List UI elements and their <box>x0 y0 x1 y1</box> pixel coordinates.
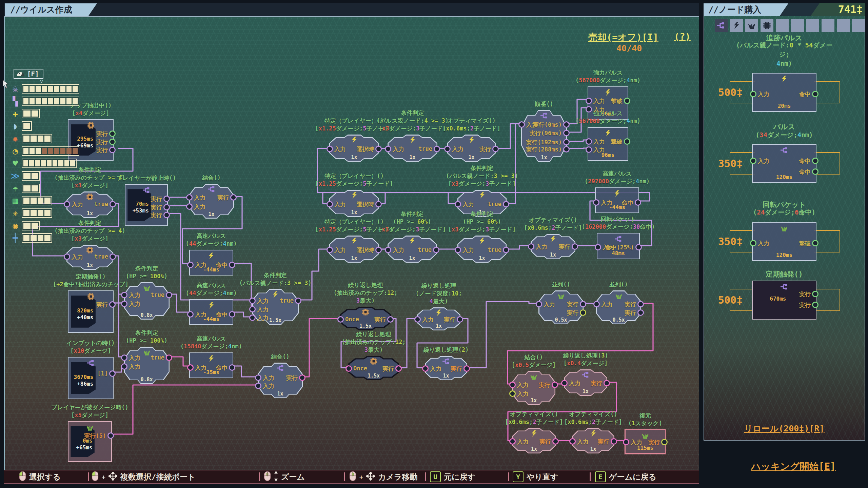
node-port[interactable]: 入力 <box>385 247 391 253</box>
graph-node-n19[interactable]: 1x入力選択時 <box>329 190 379 217</box>
shop-tab-grass[interactable] <box>745 19 758 32</box>
node-port[interactable]: 実行 <box>611 438 617 445</box>
toolbar-item-U[interactable]: U元に戻す <box>430 470 475 483</box>
node-port[interactable]: 命中(25%) <box>635 244 642 250</box>
node-port[interactable]: 実行 <box>812 291 818 297</box>
node-port[interactable]: 入力 <box>64 253 70 260</box>
node-port[interactable]: 命中 <box>812 158 818 164</box>
node-port[interactable]: 入力 <box>249 314 256 321</box>
graph-node-n35[interactable]: 1x入力実行 <box>425 356 467 380</box>
node-port[interactable]: Once <box>337 316 344 323</box>
shop-tab-lightning[interactable] <box>730 19 743 32</box>
node-port[interactable]: 入力 <box>561 380 568 386</box>
shop-tab-empty[interactable] <box>822 19 834 32</box>
node-port[interactable]: 撃破 <box>624 98 630 104</box>
graph-node-n4[interactable]: 1x入力true <box>66 245 113 270</box>
node-port[interactable]: 実行 <box>109 147 116 153</box>
graph-node-n15[interactable]: 1x入力入力実行 <box>258 363 303 398</box>
node-port[interactable]: 入力 <box>595 244 601 250</box>
node-port[interactable]: 入力 <box>593 199 599 206</box>
node-port[interactable]: 実行 <box>299 374 305 381</box>
node-port[interactable]: 入力 <box>586 138 592 145</box>
node-port[interactable]: 入力 <box>385 146 391 152</box>
node-port[interactable]: 入力 <box>750 240 756 246</box>
node-port[interactable]: 実行 <box>637 309 644 316</box>
toolbar-item-mouse-wheel[interactable]: ズーム <box>264 470 305 483</box>
node-port[interactable]: 入力 <box>422 365 429 372</box>
graph-node-n38[interactable]: 1x入力実行 <box>512 428 556 453</box>
node-port[interactable]: 実行 <box>109 130 116 137</box>
node-port[interactable]: 入力 <box>414 316 421 323</box>
node-port[interactable]: 実行 <box>572 243 578 250</box>
graph-node-n34[interactable]: 1.5xOnce実行 <box>348 356 399 380</box>
node-port[interactable]: 入力 <box>569 438 576 445</box>
graph-node-n28[interactable]: 96ms入力入力撃破 <box>588 127 628 161</box>
node-port[interactable]: 実行 <box>661 439 668 445</box>
node-port[interactable]: 入力 <box>528 243 534 250</box>
shop-item-node-3[interactable]: 120ms入力撃破 <box>752 222 816 261</box>
node-port[interactable]: 入力 <box>327 146 333 152</box>
gauge-filter-box[interactable]: [F] <box>14 69 43 79</box>
graph-node-n37[interactable]: 1x入力実行 <box>564 369 607 396</box>
node-port[interactable]: 入力 <box>327 201 333 207</box>
node-port[interactable]: 実行 <box>387 316 394 323</box>
node-port[interactable]: 実行 <box>492 146 499 152</box>
node-port[interactable]: 実行 <box>637 301 644 307</box>
toolbar-item-mouse-left-move[interactable]: +複数選択/接続ポート <box>92 470 196 483</box>
node-port[interactable]: 実行 <box>812 302 818 308</box>
node-port[interactable]: 入力 <box>121 301 127 307</box>
graph-node-n21[interactable]: 1x入力選択時 <box>329 236 379 263</box>
shop-tab-branch[interactable] <box>715 19 728 32</box>
node-port[interactable]: true <box>433 247 439 253</box>
shop-item-node-2[interactable]: 120ms入力命中命中 <box>752 144 816 183</box>
node-port[interactable]: 入力 <box>249 298 256 304</box>
node-port[interactable]: 撃破 <box>624 138 630 145</box>
node-port[interactable]: 入力 <box>750 91 756 97</box>
node-port[interactable]: 実行(0ms) <box>563 121 570 128</box>
node-port[interactable]: 実行(5) <box>107 432 114 439</box>
node-port[interactable]: 入力 <box>509 438 516 445</box>
node-port[interactable]: 入力 <box>586 98 592 104</box>
graph-node-n30[interactable]: 0.5x入力実行実行 <box>538 290 584 324</box>
graph-node-n18[interactable]: 1x入力実行 <box>447 135 496 162</box>
graph-node-n22[interactable]: 1x入力true <box>388 236 437 263</box>
node-port[interactable]: true <box>166 292 172 298</box>
shop-tab-empty[interactable] <box>852 19 865 32</box>
sell-toggle-link[interactable]: 売却(=オフ)[I] <box>588 31 658 43</box>
graph-node-n24[interactable]: 1x入力実行 <box>531 234 575 259</box>
shop-tab-empty[interactable] <box>806 19 819 32</box>
toolbar-item-mouse-left[interactable]: 選択する <box>19 470 61 483</box>
node-port[interactable]: 入力 <box>586 146 592 153</box>
node-port[interactable]: 命中 <box>229 262 235 268</box>
node-port[interactable]: 実行 <box>552 382 558 388</box>
shop-tab-empty[interactable] <box>837 19 850 32</box>
node-port[interactable]: 入力 <box>255 374 261 381</box>
node-port[interactable]: 入力 <box>455 247 461 253</box>
graph-node-n29[interactable]: -44ms入力命中 <box>595 187 639 213</box>
node-port[interactable]: 入力 <box>509 382 516 388</box>
node-port[interactable]: 入力 <box>444 146 451 152</box>
reroll-button[interactable]: リロール(200‡)[R] <box>744 423 824 434</box>
node-port[interactable]: 入力 <box>121 354 127 361</box>
shop-item-node-1[interactable]: 20ms入力命中 <box>752 73 816 112</box>
node-port[interactable]: 実行 <box>109 139 116 145</box>
node-port[interactable]: 入力 <box>187 311 194 318</box>
graph-node-n6[interactable]: 0.8x入力入力true <box>124 282 170 320</box>
node-port[interactable]: 実行(288ms) <box>563 146 570 152</box>
graph-node-n8[interactable]: 0.8x入力入力true <box>124 347 170 384</box>
node-port[interactable]: 実行 <box>580 301 586 307</box>
graph-node-n9[interactable]: 0ms+65ms実行(5) <box>68 421 112 462</box>
node-port[interactable]: 命中 <box>229 364 235 371</box>
graph-node-n16[interactable]: 1x入力選択時 <box>329 135 379 162</box>
node-port[interactable]: 命中 <box>229 311 235 318</box>
node-port[interactable]: 入力 <box>255 383 261 389</box>
node-port[interactable]: true <box>434 146 440 152</box>
node-port[interactable]: 入力 <box>455 201 461 207</box>
node-port[interactable]: 入力 <box>623 439 629 445</box>
node-port[interactable]: 入力 <box>536 301 542 307</box>
graph-node-n26[interactable]: 1x入力実行(0ms)実行(96ms)実行(192ms)実行(288ms) <box>521 110 567 162</box>
graph-node-n33[interactable]: 1x入力実行 <box>417 307 460 330</box>
node-port[interactable]: true <box>503 247 509 253</box>
node-port[interactable]: true <box>110 201 116 207</box>
node-port[interactable]: 命中 <box>812 168 818 175</box>
